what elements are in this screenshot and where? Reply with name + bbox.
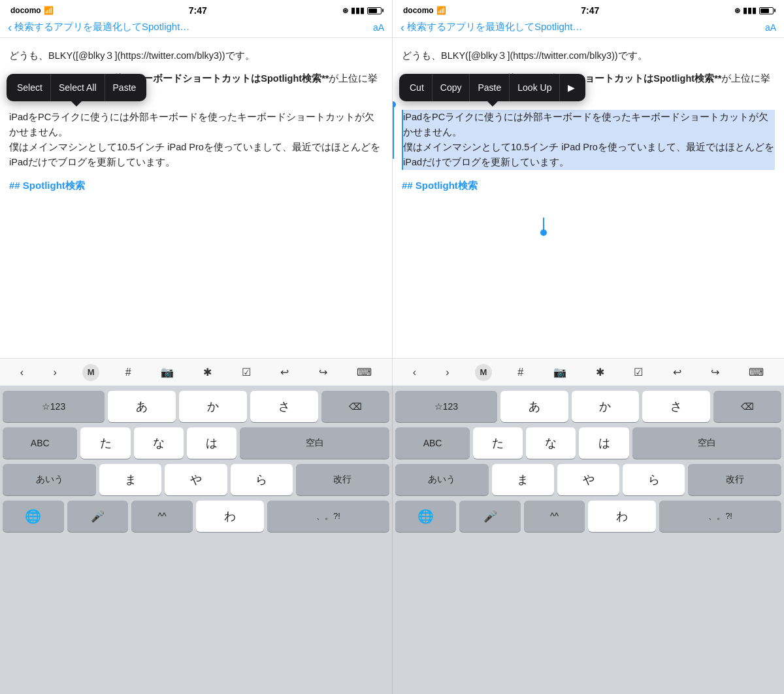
content-left[interactable]: Select Select All Paste どうも、BLKY([@blky３… [0, 38, 392, 358]
toolbar-redo-right[interactable]: ↪ [707, 365, 723, 380]
heading-left: ## Spotlight検索 [9, 178, 383, 193]
kbd-space-left[interactable]: 空白 [240, 427, 389, 459]
toolbar-m-right[interactable]: M [475, 364, 492, 381]
kbd-abc-right[interactable]: ABC [395, 427, 470, 459]
toolbar-m-left[interactable]: M [82, 364, 99, 381]
toolbar-prev-right[interactable]: ‹ [409, 365, 420, 380]
context-select-left[interactable]: Select [9, 74, 51, 101]
kbd-numbers-right[interactable]: ☆123 [395, 391, 497, 422]
kbd-row3-right: あいう ま や ら 改行 [395, 464, 781, 495]
status-bar-left: docomo 📶 7:47 ⊛ ▮▮▮ [0, 0, 392, 18]
status-right-left: ⊛ ▮▮▮ [342, 6, 382, 15]
kbd-mic-left[interactable]: 🎤 [67, 501, 129, 532]
kbd-backspace-right[interactable]: ⌫ [713, 391, 781, 422]
context-menu-right: Cut Copy Paste Look Up ▶ [399, 74, 585, 101]
kbd-ma-right[interactable]: ま [492, 464, 554, 495]
kbd-sa-left[interactable]: さ [250, 391, 318, 422]
kbd-enter-right[interactable]: 改行 [688, 464, 781, 495]
kbd-punct-left[interactable]: 、。?! [267, 501, 389, 532]
keyboard-right: ☆123 あ か さ ⌫ ABC た な は 空白 あいう ま や ら 改行 🌐… [392, 386, 784, 694]
kbd-space-right[interactable]: 空白 [632, 427, 781, 459]
kbd-enter-left[interactable]: 改行 [296, 464, 389, 495]
kbd-aiueo-right[interactable]: あいう [395, 464, 489, 495]
toolbar-redo-left[interactable]: ↪ [315, 365, 331, 380]
kbd-sa-right[interactable]: さ [642, 391, 710, 422]
context-copy-right[interactable]: Copy [433, 74, 470, 101]
toolbar-hash-left[interactable]: # [122, 365, 135, 380]
battery-left [367, 7, 382, 14]
context-lookup-right[interactable]: Look Up [510, 74, 560, 101]
bt-icon-right: ⊛ [734, 7, 740, 15]
back-button-right[interactable]: ‹ [400, 22, 404, 33]
toolbar-prev-left[interactable]: ‹ [16, 365, 27, 380]
kbd-backspace-left[interactable]: ⌫ [321, 391, 389, 422]
nav-title-left: 検索するアプリを最適化してSpotlight… [14, 21, 373, 33]
kbd-wa-left[interactable]: わ [196, 501, 264, 532]
content-right[interactable]: Cut Copy Paste Look Up ▶ どうも、BLKY([@blky… [393, 38, 784, 358]
editor-toolbar-left: ‹ › M # 📷 ✱ ☑ ↩ ↪ ⌨ [0, 358, 392, 386]
nav-bar-right: ‹ 検索するアプリを最適化してSpotlight… aA [393, 18, 784, 38]
kbd-row2-left: ABC た な は 空白 [3, 427, 389, 459]
toolbar-kb-left[interactable]: ⌨ [353, 365, 376, 380]
kbd-na-left[interactable]: な [134, 427, 184, 459]
toolbar-undo-right[interactable]: ↩ [669, 365, 685, 380]
time-left: 7:47 [189, 5, 207, 16]
kbd-caret-right[interactable]: ^^ [524, 501, 585, 532]
kbd-emoji-left[interactable]: 🌐 [3, 501, 64, 532]
toolbar-camera-right[interactable]: 📷 [549, 365, 570, 380]
context-cut-right[interactable]: Cut [402, 74, 433, 101]
nav-aa-left[interactable]: aA [373, 22, 384, 33]
toolbar-ast-right[interactable]: ✱ [592, 365, 608, 380]
kbd-ma-left[interactable]: ま [99, 464, 161, 495]
kbd-wa-right[interactable]: わ [588, 501, 656, 532]
kbd-ya-left[interactable]: や [165, 464, 227, 495]
toolbar-next-left[interactable]: › [49, 365, 60, 380]
kbd-na-right[interactable]: な [526, 427, 576, 459]
kbd-a-right[interactable]: あ [500, 391, 568, 422]
kbd-ka-right[interactable]: か [572, 391, 640, 422]
kbd-emoji-right[interactable]: 🌐 [395, 501, 456, 532]
selection-handle-end [543, 218, 544, 231]
context-paste-right[interactable]: Paste [470, 74, 510, 101]
context-select-all-left[interactable]: Select All [51, 74, 105, 101]
toolbar-kb-right[interactable]: ⌨ [745, 365, 768, 380]
kbd-a-left[interactable]: あ [108, 391, 176, 422]
kbd-ra-left[interactable]: ら [231, 464, 293, 495]
context-paste-left[interactable]: Paste [105, 74, 144, 101]
wifi-icon-right: 📶 [436, 6, 446, 15]
toolbar-check-left[interactable]: ☑ [238, 365, 255, 380]
kbd-row1-right: ☆123 あ か さ ⌫ [395, 391, 781, 422]
kbd-row4-left: 🌐 🎤 ^^ わ 、。?! [3, 501, 389, 532]
toolbar-undo-left[interactable]: ↩ [276, 365, 293, 380]
kbd-ta-left[interactable]: た [80, 427, 130, 459]
kbd-caret-left[interactable]: ^^ [131, 501, 193, 532]
kbd-ta-right[interactable]: た [473, 427, 523, 459]
context-more-right[interactable]: ▶ [560, 74, 583, 101]
carrier-left: docomo [10, 6, 41, 15]
para3-left: iPadをPCライクに使うには外部キーボードを使ったキーボードショートカットが欠… [9, 110, 383, 171]
kbd-abc-left[interactable]: ABC [3, 427, 77, 459]
kbd-aiueo-left[interactable]: あいう [3, 464, 96, 495]
status-bar-right: docomo 📶 7:47 ⊛ ▮▮▮ [393, 0, 784, 18]
toolbar-hash-right[interactable]: # [514, 365, 527, 380]
kbd-ra-right[interactable]: ら [623, 464, 685, 495]
toolbar-check-right[interactable]: ☑ [630, 365, 647, 380]
kbd-ha-right[interactable]: は [579, 427, 629, 459]
back-button-left[interactable]: ‹ [8, 22, 12, 33]
keyboard-left: ☆123 あ か さ ⌫ ABC た な は 空白 あいう ま や ら 改行 🌐… [0, 386, 392, 694]
kbd-ha-left[interactable]: は [187, 427, 237, 459]
toolbar-camera-left[interactable]: 📷 [157, 365, 178, 380]
nav-bar-left: ‹ 検索するアプリを最適化してSpotlight… aA [0, 18, 392, 38]
para1-left: どうも、BLKY([@blky３](https://twitter.com/bl… [9, 48, 383, 63]
kbd-row2-right: ABC た な は 空白 [395, 427, 781, 459]
kbd-numbers-left[interactable]: ☆123 [3, 391, 105, 422]
kbd-ka-left[interactable]: か [179, 391, 247, 422]
kbd-mic-right[interactable]: 🎤 [459, 501, 520, 532]
toolbar-next-right[interactable]: › [442, 365, 453, 380]
kbd-ya-right[interactable]: や [557, 464, 619, 495]
toolbar-ast-left[interactable]: ✱ [199, 365, 216, 380]
kbd-row1-left: ☆123 あ か さ ⌫ [3, 391, 389, 422]
kbd-punct-right[interactable]: 、。?! [659, 501, 781, 532]
nav-aa-right[interactable]: aA [765, 22, 776, 33]
bt-icon-left: ⊛ [342, 7, 348, 15]
